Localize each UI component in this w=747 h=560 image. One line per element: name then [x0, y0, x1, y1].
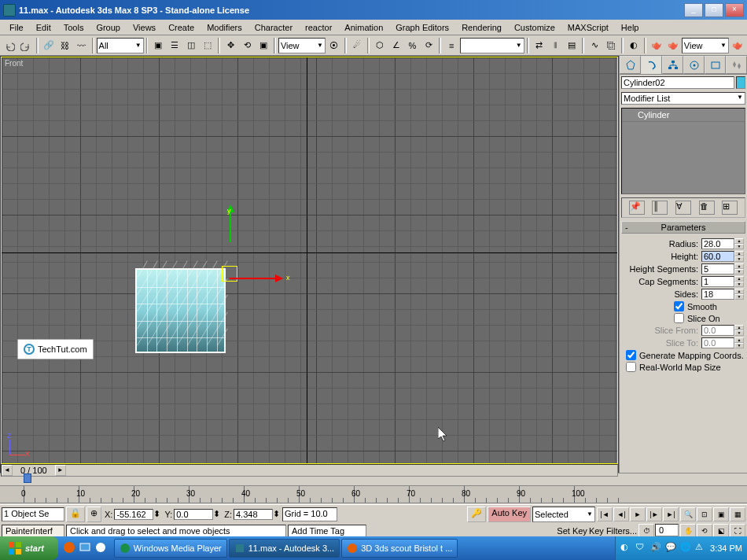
remove-modifier-button[interactable]: 🗑 [699, 201, 715, 215]
sides-spinner[interactable]: ▲▼ [734, 289, 744, 300]
key-mode-button[interactable]: 🔑 [467, 507, 486, 522]
goto-end-button[interactable]: ►| [663, 507, 679, 521]
select-object-button[interactable]: ▣ [150, 37, 166, 54]
taskbar-item-wmp[interactable]: Windows Media Player [114, 539, 227, 558]
zoom-extents-all-button[interactable]: ▦ [730, 507, 745, 521]
taskbar-item-3dsmax[interactable]: 11.max - Autodesk 3... [229, 539, 340, 558]
schematic-button[interactable]: ⿻ [603, 37, 619, 54]
angle-snap-button[interactable]: ∠ [388, 37, 404, 54]
menu-modifiers[interactable]: Modifiers [201, 21, 248, 34]
refcoord-dropdown[interactable]: View▼ [278, 38, 326, 53]
slice-on-checkbox[interactable] [674, 313, 684, 323]
select-scale-button[interactable]: ▣ [256, 37, 271, 54]
tray-icon[interactable]: 🛡 [635, 542, 648, 554]
snap-toggle-button[interactable]: ⬡ [372, 37, 388, 54]
cap-segments-spinner[interactable]: ▲▼ [734, 276, 744, 287]
menu-edit[interactable]: Edit [30, 21, 57, 34]
zoom-all-button[interactable]: ⊡ [697, 507, 712, 521]
play-button[interactable]: ► [630, 507, 646, 521]
pivot-button[interactable]: ⦿ [326, 37, 342, 54]
x-spinner[interactable]: ⬍ [153, 509, 161, 519]
select-move-button[interactable]: ✥ [223, 37, 238, 54]
select-by-name-button[interactable]: ☰ [167, 37, 182, 54]
current-frame-input[interactable]: 0 [655, 524, 679, 536]
zoom-button[interactable]: 🔍 [680, 507, 696, 521]
z-spinner[interactable]: ⬍ [273, 509, 281, 519]
select-rotate-button[interactable]: ⟲ [239, 37, 255, 54]
height-segments-input[interactable]: 5 [701, 263, 734, 274]
unlink-button[interactable]: ⛓ [57, 37, 73, 54]
track-bar-key[interactable] [24, 473, 31, 483]
radius-spinner[interactable]: ▲▼ [734, 238, 744, 249]
quick-render-button[interactable]: 🫖 [665, 37, 681, 54]
z-input[interactable]: 4.348 [234, 509, 273, 520]
setkey-button[interactable]: Set Key [557, 526, 587, 536]
tray-icon[interactable]: 🔊 [650, 542, 663, 554]
menu-character[interactable]: Character [248, 21, 299, 34]
motion-tab[interactable] [683, 56, 705, 74]
menu-file[interactable]: File [3, 21, 30, 34]
minimize-button[interactable]: _ [684, 3, 703, 17]
autokey-button[interactable]: Auto Key [488, 507, 531, 522]
display-tab[interactable] [705, 56, 726, 74]
add-time-tag[interactable]: Add Time Tag [288, 525, 366, 537]
modifier-stack-item[interactable]: Cylinder [622, 109, 745, 122]
tray-clock[interactable]: 3:34 PM [710, 543, 742, 553]
select-region-button[interactable]: ◫ [183, 37, 199, 54]
menu-create[interactable]: Create [162, 21, 201, 34]
height-segments-spinner[interactable]: ▲▼ [734, 263, 744, 274]
named-selection-dropdown[interactable]: ▼ [460, 38, 524, 53]
menu-views[interactable]: Views [127, 21, 162, 34]
menu-help[interactable]: Help [615, 21, 646, 34]
realworld-map-checkbox[interactable] [626, 362, 636, 372]
layers-button[interactable]: ▤ [564, 37, 580, 54]
create-tab[interactable] [620, 56, 641, 74]
menu-reactor[interactable]: reactor [299, 21, 338, 34]
height-input[interactable]: 60.0 [701, 251, 734, 262]
modifier-list-dropdown[interactable]: Modifier List▼ [621, 92, 745, 105]
manipulate-button[interactable]: ☄ [349, 37, 365, 54]
next-frame-button[interactable]: |► [646, 507, 662, 521]
menu-customize[interactable]: Customize [508, 21, 561, 34]
ql-desktop-icon[interactable] [79, 541, 93, 555]
tray-icon[interactable]: 🌐 [680, 542, 693, 554]
start-button[interactable]: start [0, 536, 58, 560]
hierarchy-tab[interactable] [662, 56, 683, 74]
menu-group[interactable]: Group [90, 21, 127, 34]
selection-lock-button[interactable]: 🔒 [66, 507, 85, 522]
goto-start-button[interactable]: |◄ [597, 507, 613, 521]
render-button[interactable]: 🫖 [730, 37, 745, 54]
close-button[interactable]: × [725, 3, 744, 17]
tray-icon[interactable]: 💬 [665, 542, 678, 554]
tray-icon[interactable]: ⚠ [695, 542, 708, 554]
height-spinner[interactable]: ▲▼ [734, 251, 744, 262]
tray-icon[interactable]: ◐ [620, 542, 633, 554]
align-button[interactable]: ⫴ [548, 37, 564, 54]
track-bar[interactable] [0, 473, 747, 486]
named-selection-button[interactable]: ≡ [443, 37, 459, 54]
show-end-result-button[interactable]: ║ [652, 201, 668, 215]
view-dropdown[interactable]: View▼ [682, 38, 729, 53]
generate-mapping-checkbox[interactable] [626, 350, 636, 360]
modifier-stack[interactable]: Cylinder [621, 108, 745, 194]
mirror-button[interactable]: ⇄ [532, 37, 547, 54]
radius-input[interactable]: 28.0 [701, 238, 734, 249]
keyfilters-button[interactable]: Key Filters... [589, 526, 637, 536]
selection-filter-dropdown[interactable]: All▼ [97, 38, 144, 53]
menu-grapheditors[interactable]: Graph Editors [389, 21, 455, 34]
utilities-tab[interactable] [726, 56, 747, 74]
object-name-input[interactable] [621, 76, 734, 89]
configure-sets-button[interactable]: ⊞ [722, 201, 738, 215]
y-input[interactable]: 0.0 [174, 509, 213, 520]
material-editor-button[interactable]: ◐ [626, 37, 642, 54]
bind-spacewarp-button[interactable]: 〰 [74, 37, 90, 54]
undo-button[interactable] [2, 37, 17, 54]
link-button[interactable]: 🔗 [41, 37, 57, 54]
smooth-checkbox[interactable] [674, 301, 684, 311]
menu-tools[interactable]: Tools [57, 21, 90, 34]
ql-app-icon[interactable] [94, 541, 109, 555]
time-ruler[interactable]: 0102030405060708090100 [0, 486, 747, 503]
render-scene-button[interactable]: 🫖 [649, 37, 664, 54]
sides-input[interactable]: 18 [701, 289, 734, 300]
object-color-swatch[interactable] [736, 76, 745, 89]
